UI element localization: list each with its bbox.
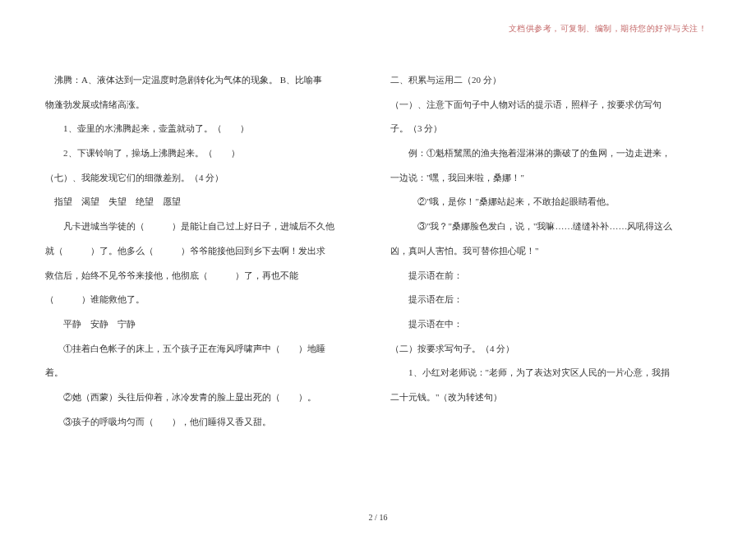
text-line: ①挂着白色帐子的床上，五个孩子正在海风呼啸声中（ ）地睡 — [45, 337, 366, 362]
left-column: 沸腾：A、液体达到一定温度时急剧转化为气体的现象。 B、比喻事 物蓬勃发展或情绪… — [45, 68, 366, 504]
text-line: 2、下课铃响了，操场上沸腾起来。（ ） — [45, 141, 366, 166]
text-line: 提示语在中： — [390, 312, 711, 337]
text-line: 提示语在前： — [390, 264, 711, 288]
text-line: 就（ ）了。他多么（ ）爷爷能接他回到乡下去啊！发出求 — [45, 239, 366, 264]
text-line: ③"我？"桑娜脸色发白，说，"我嘛……缝缝补补……风吼得这么 — [390, 214, 711, 239]
page-footer: 2 / 16 — [0, 513, 756, 522]
right-column: 二、积累与运用二（20 分） （一）、注意下面句子中人物对话的提示语，照样子，按… — [390, 68, 711, 504]
text-line: 指望 渴望 失望 绝望 愿望 — [45, 190, 366, 214]
text-line: ③孩子的呼吸均匀而（ ），他们睡得又香又甜。 — [45, 410, 366, 435]
text-line: 物蓬勃发展或情绪高涨。 — [45, 93, 366, 118]
text-line: 1、小红对老师说："老师，为了表达对灾区人民的一片心意，我捐 — [390, 361, 711, 385]
text-line: 平静 安静 宁静 — [45, 312, 366, 337]
text-line: ②她（西蒙）头往后仰着，冰冷发青的脸上显出死的（ ）。 — [45, 385, 366, 410]
text-line: 救信后，始终不见爷爷来接他，他彻底（ ）了，再也不能 — [45, 264, 366, 288]
content-columns: 沸腾：A、液体达到一定温度时急剧转化为气体的现象。 B、比喻事 物蓬勃发展或情绪… — [45, 68, 711, 504]
text-line: （一）、注意下面句子中人物对话的提示语，照样子，按要求仿写句 — [390, 93, 711, 118]
text-line: 子。（3 分） — [390, 117, 711, 141]
text-line: （七）、我能发现它们的细微差别。（4 分） — [45, 166, 366, 191]
header-note: 文档供参考，可复制、编制，期待您的好评与关注！ — [509, 23, 708, 35]
text-line: ②"哦，是你！"桑娜站起来，不敢抬起眼睛看他。 — [390, 190, 711, 214]
text-line: （ ）谁能救他了。 — [45, 288, 366, 312]
text-line: 凡卡进城当学徒的（ ）是能让自己过上好日子，进城后不久他 — [45, 214, 366, 239]
text-line: 一边说："嘿，我回来啦，桑娜！" — [390, 166, 711, 191]
text-line: 沸腾：A、液体达到一定温度时急剧转化为气体的现象。 B、比喻事 — [45, 68, 366, 93]
text-line: （二）按要求写句子。（4 分） — [390, 337, 711, 362]
text-line: 1、壶里的水沸腾起来，壶盖就动了。（ ） — [45, 117, 366, 141]
text-line: 二十元钱。"（改为转述句） — [390, 385, 711, 410]
document-page: 文档供参考，可复制、编制，期待您的好评与关注！ 沸腾：A、液体达到一定温度时急剧… — [0, 0, 756, 535]
text-line: 二、积累与运用二（20 分） — [390, 68, 711, 93]
text-line: 例：①魁梧黧黑的渔夫拖着湿淋淋的撕破了的鱼网，一边走进来， — [390, 141, 711, 166]
text-line: 提示语在后： — [390, 288, 711, 312]
text-line: 凶，真叫人害怕。我可替你担心呢！" — [390, 239, 711, 264]
text-line: 着。 — [45, 361, 366, 385]
